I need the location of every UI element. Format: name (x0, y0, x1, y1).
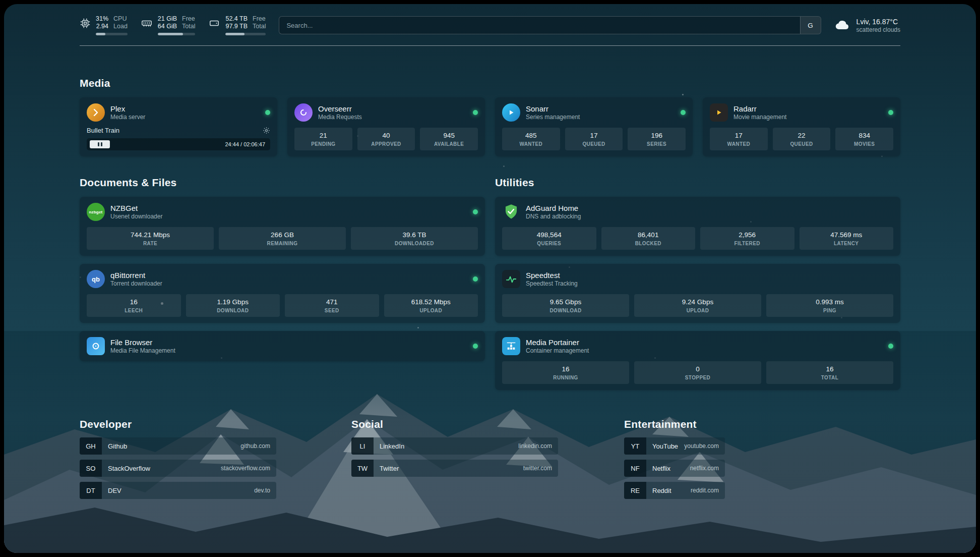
stat-download: 1.19 Gbps DOWNLOAD (186, 294, 280, 317)
portainer-card[interactable]: Media Portainer Container management 16 … (495, 331, 900, 390)
service-desc: Media Requests (318, 114, 362, 121)
speedtest-card[interactable]: Speedtest Speedtest Tracking 9.65 Gbps D… (495, 264, 900, 323)
status-online-dot (681, 110, 686, 115)
status-online-dot (473, 209, 478, 214)
nzbget-icon: nzbget (87, 203, 105, 221)
weather-location-temp: Lviv, 16.87°C (856, 17, 900, 26)
service-desc: Media File Management (110, 347, 175, 355)
stat-running: 16 RUNNING (502, 361, 629, 384)
cpu-label: CPU (113, 15, 128, 23)
media-section: Media Plex Media server (80, 77, 900, 156)
disk-drive-icon (208, 18, 220, 29)
service-name: File Browser (110, 338, 175, 347)
header-divider (80, 45, 900, 46)
service-desc: DNS and adblocking (526, 213, 581, 220)
search-provider-button[interactable]: G (800, 17, 821, 34)
media-section-title: Media (80, 77, 900, 89)
stat-available: 945 AVAILABLE (420, 128, 478, 150)
pause-button[interactable] (90, 140, 110, 148)
bookmark-stackoverflow[interactable]: SO StackOverflow stackoverflow.com (80, 460, 276, 477)
sonarr-card[interactable]: Sonarr Series management 485 WANTED 17 Q… (495, 97, 693, 156)
memory-progress-bar (158, 33, 196, 35)
bookmark-abbr: TW (351, 460, 374, 477)
qbittorrent-card[interactable]: qb qBittorrent Torrent downloader 16 LEE… (80, 264, 485, 323)
service-name: AdGuard Home (526, 203, 581, 213)
cpu-load-value: 2.94 (96, 23, 108, 30)
plex-card[interactable]: Plex Media server Bullet Train (80, 97, 277, 156)
bookmark-domain: linkedin.com (518, 442, 558, 450)
search-input[interactable] (279, 22, 800, 29)
bookmark-domain: dev.to (254, 487, 276, 494)
bookmark-name: YouTube (646, 442, 678, 450)
service-name: Speedtest (526, 270, 578, 280)
status-online-dot (888, 110, 893, 115)
developer-section-title: Developer (80, 418, 351, 430)
status-online-dot (473, 344, 478, 349)
developer-bookmarks: Developer GH Github github.com SO StackO… (80, 418, 351, 504)
playback-progress-bar[interactable]: 24:44 / 02:06:47 (87, 138, 270, 150)
service-desc: Speedtest Tracking (526, 280, 578, 288)
disk-progress-bar (225, 33, 266, 35)
service-desc: Series management (526, 114, 580, 121)
nzbget-card[interactable]: nzbget NZBGet Usenet downloader 744.21 M… (80, 197, 485, 256)
bookmark-name: Reddit (646, 487, 671, 494)
stat-series: 196 SERIES (628, 128, 686, 150)
bookmark-name: DEV (102, 487, 121, 494)
service-name: NZBGet (110, 203, 162, 213)
stat-movies: 834 MOVIES (835, 128, 893, 150)
bookmark-name: Netflix (646, 465, 670, 472)
bookmark-abbr: GH (80, 437, 102, 455)
disk-free-value: 52.4 TB (225, 15, 248, 23)
stat-filtered: 2,956 FILTERED (700, 227, 794, 250)
radarr-card[interactable]: Radarr Movie management 17 WANTED 22 QUE… (703, 97, 900, 156)
service-desc: Media server (110, 114, 145, 121)
utilities-section: Utilities AdGuard Home DNS and adblocki (495, 177, 900, 390)
utilities-section-title: Utilities (495, 177, 900, 189)
settings-gear-icon[interactable] (263, 127, 270, 134)
bookmark-name: StackOverflow (102, 465, 150, 472)
dashboard: 31% CPU 2.94 Load (4, 4, 976, 553)
stat-stopped: 0 STOPPED (634, 361, 761, 384)
memory-free-value: 21 GiB (158, 15, 177, 23)
bookmark-twitter[interactable]: TW Twitter twitter.com (351, 460, 558, 477)
bookmark-domain: github.com (240, 442, 276, 450)
disk-widget: 52.4 TB Free 97.9 TB Total (208, 15, 266, 35)
memory-total-label: Total (182, 23, 195, 30)
bookmark-github[interactable]: GH Github github.com (80, 437, 276, 455)
cpu-widget: 31% CPU 2.94 Load (80, 15, 128, 35)
entertainment-section-title: Entertainment (624, 418, 900, 430)
service-name: Overseerr (318, 104, 362, 114)
filebrowser-card[interactable]: File Browser Media File Management (80, 331, 485, 361)
bookmark-abbr: SO (80, 460, 102, 477)
bookmark-name: Twitter (374, 465, 399, 472)
overseerr-card[interactable]: Overseerr Media Requests 21 PENDING 40 A… (287, 97, 485, 156)
status-online-dot (473, 276, 478, 282)
status-online-dot (265, 110, 270, 115)
adguard-card[interactable]: AdGuard Home DNS and adblocking 498,564 … (495, 197, 900, 256)
entertainment-bookmarks: Entertainment YT YouTube youtube.com NF … (624, 418, 900, 504)
bookmark-abbr: DT (80, 482, 102, 499)
overseerr-icon (294, 103, 313, 122)
playback-time: 24:44 / 02:06:47 (225, 141, 267, 147)
service-name: Radarr (733, 104, 786, 114)
adguard-shield-icon (502, 203, 520, 221)
bookmark-youtube[interactable]: YT YouTube youtube.com (624, 437, 725, 455)
bookmark-abbr: LI (351, 437, 374, 455)
bookmark-dev[interactable]: DT DEV dev.to (80, 482, 276, 499)
portainer-icon (502, 337, 520, 355)
qbittorrent-icon: qb (87, 270, 105, 288)
service-name: Sonarr (526, 104, 580, 114)
bookmark-linkedin[interactable]: LI LinkedIn linkedin.com (351, 437, 558, 455)
stat-approved: 40 APPROVED (357, 128, 415, 150)
service-desc: Usenet downloader (110, 213, 162, 220)
bookmark-abbr: RE (624, 482, 646, 499)
cpu-progress-bar (96, 33, 128, 35)
bookmark-netflix[interactable]: NF Netflix netflix.com (624, 460, 725, 477)
status-online-dot (473, 110, 478, 115)
stat-blocked: 86,401 BLOCKED (601, 227, 696, 250)
top-bar: 31% CPU 2.94 Load (80, 4, 900, 45)
search-bar: G (279, 16, 821, 34)
status-online-dot (888, 344, 893, 349)
service-desc: Movie management (733, 114, 786, 121)
bookmark-reddit[interactable]: RE Reddit reddit.com (624, 482, 725, 499)
